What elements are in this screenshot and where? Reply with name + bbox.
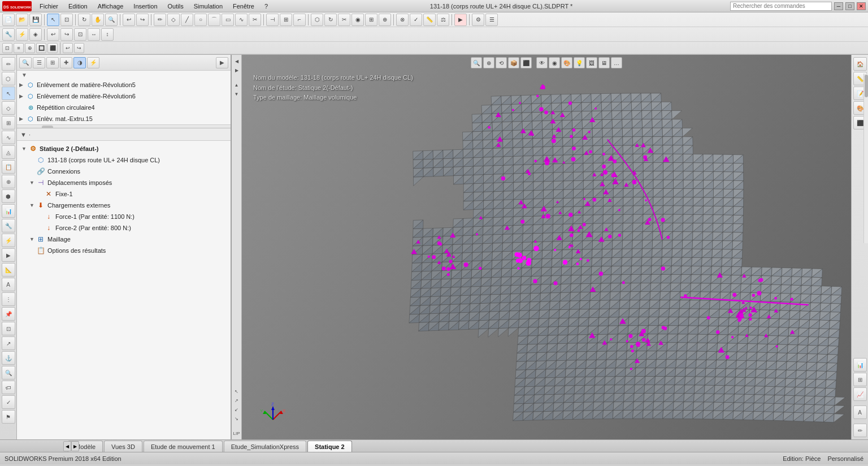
tb-cut[interactable]: ✂ (338, 14, 350, 26)
sim-maillage[interactable]: ▼ ⊞ Maillage (17, 234, 231, 245)
tb-mirror[interactable]: ⊣ (266, 14, 279, 26)
tb2-3[interactable]: ◈ (29, 28, 42, 41)
tab-statique2[interactable]: Statique 2 (307, 441, 352, 452)
fp-search[interactable]: 🔍 (19, 57, 32, 68)
ls-weld[interactable]: ⊕ (2, 175, 15, 188)
vp-zoom-in[interactable]: ⊕ (483, 57, 494, 68)
tree-item-extru15[interactable]: ▶ ⬡ Enlèv. mat.-Extru.15 (17, 113, 231, 124)
ls-select[interactable]: ↖ (2, 87, 15, 100)
viewport[interactable]: 🔍 ⊕ ⟲ 📦 ⬛ 👁 ◉ 🎨 💡 🖼 🖥 … Nom du modèle: 1… (242, 55, 851, 439)
fp-color[interactable]: ◑ (73, 57, 86, 68)
tb3-5[interactable]: ⬛ (47, 43, 58, 53)
tb-sketch[interactable]: ✏ (154, 14, 166, 26)
tb-line[interactable]: ╱ (181, 14, 193, 26)
tree-item-revolution5[interactable]: ▶ ⬡ Enlèvement de matière-Révolution5 (17, 79, 231, 90)
ls-type[interactable]: A (2, 278, 15, 291)
sim-fixe1[interactable]: ✕ Fixe-1 (17, 188, 231, 200)
tb-revolve[interactable]: ↻ (324, 14, 337, 26)
fp-fast[interactable]: ⚡ (87, 57, 99, 68)
tb3-3[interactable]: ⊕ (25, 43, 35, 53)
menu-help[interactable]: ? (260, 2, 272, 11)
tb-extrude[interactable]: ⬡ (311, 14, 323, 26)
menu-fenetre[interactable]: Fenêtre (228, 2, 259, 11)
close-button[interactable]: ✕ (857, 2, 866, 10)
vp-hide-show[interactable]: 👁 (536, 57, 548, 68)
fp-list[interactable]: ☰ (33, 57, 45, 68)
tb2-1[interactable]: 🔧 (2, 28, 15, 41)
tb-spline[interactable]: ∿ (235, 14, 248, 26)
sim-force1[interactable]: ↓ Force-1 (Par entité: 1100 N:) (17, 211, 231, 222)
ls-snap[interactable]: 📌 (2, 307, 15, 321)
tb-options[interactable]: ☰ (485, 14, 498, 26)
sim-force2[interactable]: ↓ Force-2 (Par entité: 800 N:) (17, 222, 231, 234)
ls-sheet[interactable]: 📋 (2, 160, 15, 174)
tb-check[interactable]: ✓ (410, 14, 422, 26)
rs-chart[interactable]: 📊 (853, 358, 867, 372)
tb-mass[interactable]: ⚖ (437, 14, 449, 26)
tb-hole[interactable]: ◉ (351, 14, 364, 26)
mid-down[interactable]: ▼ (233, 90, 241, 98)
mid-cursor4[interactable]: ↘ (233, 415, 241, 422)
mid-up[interactable]: ▲ (233, 81, 241, 89)
tb2-5[interactable]: ↪ (60, 28, 73, 41)
tb2-8[interactable]: ↕ (101, 28, 114, 41)
search-input[interactable] (730, 2, 832, 11)
tb-arc[interactable]: ⌒ (208, 14, 220, 26)
ls-mold[interactable]: ⬢ (2, 189, 15, 203)
tb-pan[interactable]: ✋ (92, 14, 104, 26)
tab-simulation-xpress[interactable]: Etude_SimulationXpress (224, 441, 306, 452)
tb2-2[interactable]: ⚡ (16, 28, 28, 41)
ls-copy[interactable]: ⊡ (2, 322, 15, 335)
tb-mate[interactable]: ⊗ (396, 14, 409, 26)
tb3-1[interactable]: ⊡ (2, 43, 12, 53)
ls-eval[interactable]: 📊 (2, 204, 15, 218)
menu-simulation[interactable]: Simulation (189, 2, 227, 11)
tb2-7[interactable]: ↔ (88, 28, 100, 41)
vp-scene[interactable]: 🖼 (586, 57, 597, 68)
mid-cursor1[interactable]: ↖ (233, 387, 241, 395)
ls-surface[interactable]: ◬ (2, 145, 15, 159)
mid-lap[interactable]: LIP (233, 429, 241, 437)
tree-item-repetition[interactable]: ⊛ Répétition circulaire4 (17, 102, 231, 113)
ls-tag[interactable]: 🏷 (2, 381, 15, 394)
tb-new[interactable]: 📄 (2, 14, 15, 26)
rs-graph[interactable]: 📈 (853, 387, 867, 401)
rs-text[interactable]: A (853, 405, 867, 419)
vp-section[interactable]: ◉ (549, 57, 560, 68)
ls-feature[interactable]: ⬡ (2, 72, 15, 85)
fp-add[interactable]: ✚ (60, 57, 72, 68)
tb-move[interactable]: ⊕ (379, 14, 391, 26)
fp-collapse[interactable]: ▶ (216, 57, 228, 68)
sim-statique2[interactable]: ▼ ⚙ Statique 2 (-Défaut-) (17, 143, 231, 154)
ls-tools[interactable]: 🔧 (2, 219, 15, 232)
mesh-3d-view[interactable] (242, 55, 851, 439)
ls-sketch[interactable]: ✏ (2, 57, 15, 71)
tb2-4[interactable]: ↩ (47, 28, 59, 41)
tb-fillet[interactable]: ⌐ (293, 14, 306, 26)
vp-rotate[interactable]: ⟲ (496, 57, 507, 68)
mid-arrow-left[interactable]: ◀ (233, 57, 241, 65)
tab-scroll-left[interactable]: ◀ (63, 441, 71, 451)
tab-vues3d[interactable]: Vues 3D (104, 441, 142, 452)
tb-run-sim[interactable]: ▶ (454, 14, 467, 26)
mid-cursor3[interactable]: ↙ (233, 405, 241, 413)
sim-options[interactable]: 📋 Options des résultats (17, 245, 231, 256)
ls-search[interactable]: 🔍 (2, 366, 15, 379)
mid-arrow-right[interactable]: ▶ (233, 66, 241, 74)
ls-dim[interactable]: ◇ (2, 101, 15, 115)
sim-part[interactable]: ⬡ 131-18 (corps route UL+ 24H disque CL) (17, 154, 231, 166)
maximize-button[interactable]: □ (845, 2, 854, 10)
ls-curve[interactable]: ∿ (2, 131, 15, 144)
tb2-6[interactable]: ⊡ (74, 28, 86, 41)
sim-deplacements[interactable]: ▼ ⊣ Déplacements imposés (17, 177, 231, 188)
tb-open[interactable]: 📂 (16, 14, 28, 26)
filter-gear[interactable]: · (29, 131, 31, 138)
vp-more[interactable]: … (611, 57, 622, 68)
tb-redo[interactable]: ↪ (136, 14, 149, 26)
ls-arrow[interactable]: ↗ (2, 336, 15, 350)
tb3-7[interactable]: ↪ (74, 43, 84, 53)
ls-check2[interactable]: ✓ (2, 395, 15, 409)
ls-flag[interactable]: ⚑ (2, 410, 15, 424)
tb-circle[interactable]: ○ (194, 14, 207, 26)
vp-display-style[interactable]: ⬛ (520, 57, 532, 68)
